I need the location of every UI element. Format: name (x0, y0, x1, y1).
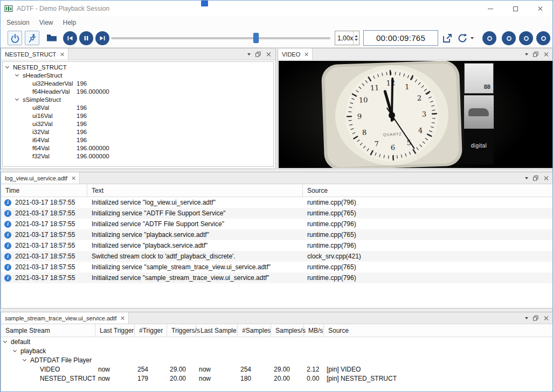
log-row[interactable]: i2021-03-17 18:57:55Initialized service … (1, 240, 553, 251)
close-panel-icon[interactable] (266, 52, 271, 57)
chevron-down-icon[interactable] (5, 65, 9, 68)
panel-header: NESTED_STRUCT (1, 48, 275, 60)
loop-dropdown-caret-icon[interactable] (471, 37, 474, 39)
tree-row[interactable]: ui16Val196 (3, 111, 273, 120)
tree-row[interactable]: ui32HeaderVal196 (3, 79, 273, 87)
close-panel-icon[interactable] (543, 316, 549, 321)
panel-menu-caret-icon[interactable] (247, 53, 251, 55)
minimize-button[interactable] (478, 1, 503, 17)
clock-numeral: 3 (422, 110, 427, 118)
float-panel-icon[interactable] (533, 316, 538, 321)
detach-button[interactable] (440, 31, 454, 45)
tree-row[interactable]: sHeaderStruct (3, 71, 273, 79)
menu-session[interactable]: Session (2, 18, 34, 27)
chevron-down-icon[interactable] (3, 339, 7, 343)
panel-menu-caret-icon[interactable] (525, 317, 528, 319)
round-toolbar-button-3[interactable] (519, 31, 533, 45)
round-toolbar-button-2[interactable] (502, 31, 516, 45)
log-time: 2021-03-17 18:57:55 (15, 220, 75, 228)
log-row[interactable]: i2021-03-17 18:57:55Switched stream cloc… (1, 251, 553, 262)
run-toggle-button[interactable] (25, 31, 39, 45)
log-row[interactable]: i2021-03-17 18:57:55Initializing service… (1, 208, 553, 219)
trace-column-header[interactable]: Sample Stream (1, 324, 95, 337)
tree-row[interactable]: ui32Val196 (3, 120, 273, 128)
trace-column-header[interactable]: Last Sample (196, 324, 238, 337)
timeline-slider-handle[interactable] (253, 33, 259, 43)
tab-video[interactable]: VIDEO (278, 48, 313, 60)
trace-row[interactable]: ADTFDAT File Player (1, 355, 553, 365)
log-row[interactable]: i2021-03-17 18:57:55Initialized service … (1, 197, 553, 208)
open-file-button[interactable] (44, 31, 59, 45)
loop-button[interactable] (455, 31, 470, 45)
skip-to-end-button[interactable] (95, 31, 109, 45)
panel-menu-caret-icon[interactable] (525, 177, 528, 179)
panel-log-view: log_view.ui_service.adtf TimeTextSource … (1, 172, 553, 309)
tab-nested-struct[interactable]: NESTED_STRUCT (1, 48, 68, 60)
trace-column-header[interactable]: Samples/s (271, 324, 304, 337)
tab-stream-trace[interactable]: sample_stream_trace_view.ui_service.adtf (1, 312, 129, 324)
trace-column-header[interactable]: #Trigger (135, 324, 167, 337)
log-column-header[interactable]: Time (1, 184, 87, 197)
tree-row[interactable]: f32Val196.000000 (3, 152, 273, 160)
chevron-down-icon[interactable] (15, 73, 19, 76)
tab-close-icon[interactable] (60, 52, 64, 57)
maximize-button[interactable] (503, 1, 528, 17)
menu-help[interactable]: Help (58, 18, 81, 27)
chevron-down-icon[interactable] (23, 358, 26, 361)
trace-row[interactable]: NESTED_STRUCTnow17920.00now18020.000.00[… (1, 374, 553, 383)
playback-speed-spinbox[interactable]: 1,00x (335, 31, 360, 45)
tab-close-icon[interactable] (71, 176, 75, 180)
float-panel-icon[interactable] (255, 52, 261, 57)
tree-row[interactable]: i32Val196 (3, 128, 273, 136)
trace-column-header[interactable]: Last Trigger (95, 324, 135, 337)
log-time: 2021-03-17 18:57:55 (15, 263, 75, 271)
menu-view[interactable]: View (34, 18, 58, 27)
tab-close-icon[interactable] (304, 52, 308, 57)
trace-row[interactable]: default (1, 337, 553, 346)
log-column-header[interactable]: Text (87, 184, 303, 197)
tab-close-icon[interactable] (120, 316, 125, 320)
round-toolbar-button-1[interactable] (482, 31, 496, 45)
trace-cell: 20.00 (167, 375, 196, 382)
log-row[interactable]: i2021-03-17 18:57:55Initialized service … (1, 272, 553, 283)
round-toolbar-button-4[interactable] (536, 31, 550, 45)
log-row[interactable]: i2021-03-17 18:57:55Initializing service… (1, 262, 553, 272)
tab-log-view[interactable]: log_view.ui_service.adtf (1, 172, 80, 184)
power-icon (10, 33, 20, 43)
tree-row[interactable]: f64Val196.000000 (3, 144, 273, 152)
close-panel-icon[interactable] (543, 52, 549, 57)
close-panel-icon[interactable] (543, 176, 549, 181)
power-toggle-button[interactable] (8, 31, 22, 45)
float-panel-icon[interactable] (533, 52, 538, 57)
panel-header: VIDEO (278, 48, 553, 60)
folder-icon (46, 33, 57, 43)
trace-column-header[interactable]: MB/s (304, 324, 324, 337)
clock-numeral: 6 (391, 143, 396, 151)
log-column-header[interactable]: Source (303, 184, 553, 197)
panel-controls (521, 172, 553, 184)
panel-menu-caret-icon[interactable] (525, 53, 528, 55)
spin-down-icon[interactable] (355, 39, 358, 41)
log-row[interactable]: i2021-03-17 18:57:55Initializing service… (1, 229, 553, 240)
speed-spin-buttons[interactable] (353, 31, 359, 45)
tree-row[interactable]: i64Val196 (3, 136, 273, 144)
timeline-slider[interactable] (111, 37, 330, 39)
trace-column-header[interactable]: Source (324, 324, 553, 337)
tree-row[interactable]: ui8Val196 (3, 103, 273, 111)
trace-row[interactable]: playback (1, 346, 553, 355)
tree-row[interactable]: NESTED_STRUCT (3, 63, 273, 71)
tree-row[interactable]: sSimpleStruct (3, 95, 273, 103)
trace-column-header[interactable]: Triggers/s (167, 324, 196, 337)
chevron-down-icon[interactable] (15, 97, 19, 101)
close-button[interactable] (528, 1, 552, 17)
skip-to-start-button[interactable] (63, 31, 77, 45)
spin-up-icon[interactable] (355, 35, 358, 37)
trace-row[interactable]: VIDEOnow25429.00now25429.002.12[pin] VID… (1, 365, 553, 374)
tree-row[interactable]: f64HeaderVal196.000000 (3, 87, 273, 95)
pause-button[interactable] (79, 31, 93, 45)
time-display-field[interactable]: 00:00:09:765 (363, 30, 438, 46)
log-row[interactable]: i2021-03-17 18:57:55Initialized service … (1, 219, 553, 229)
trace-column-header[interactable]: #Samples (238, 324, 271, 337)
chevron-down-icon[interactable] (13, 348, 17, 352)
float-panel-icon[interactable] (533, 176, 538, 181)
